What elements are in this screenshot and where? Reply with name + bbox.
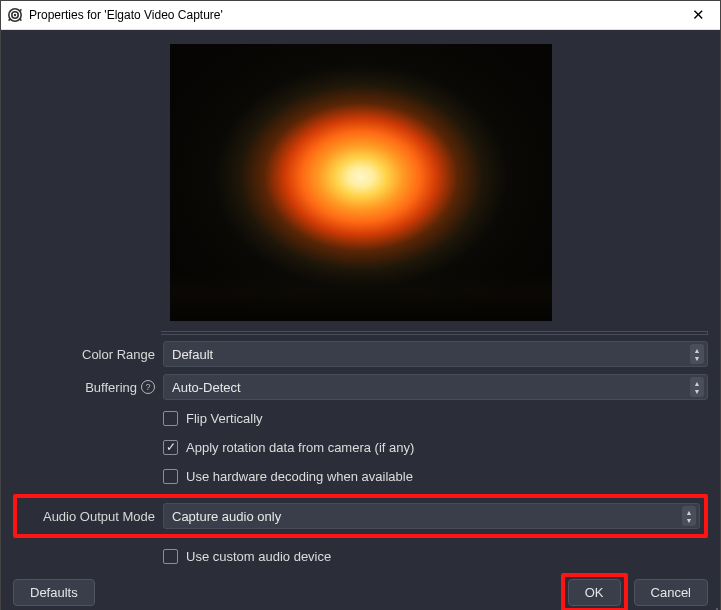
apply-rotation-label: Apply rotation data from camera (if any): [186, 440, 414, 455]
buffering-label: Buffering ?: [13, 380, 155, 395]
window-title: Properties for 'Elgato Video Capture': [29, 8, 223, 22]
help-icon[interactable]: ?: [141, 380, 155, 394]
cancel-button[interactable]: Cancel: [634, 579, 708, 606]
svg-point-2: [14, 14, 16, 16]
svg-line-4: [20, 19, 22, 21]
audio-output-value: Capture audio only: [172, 509, 281, 524]
custom-audio-checkbox[interactable]: Use custom audio device: [163, 545, 708, 567]
hw-decoding-checkbox[interactable]: Use hardware decoding when available: [163, 465, 708, 487]
checkbox-icon: [163, 549, 178, 564]
apply-rotation-checkbox[interactable]: Apply rotation data from camera (if any): [163, 436, 708, 458]
spin-icon: ▲▼: [690, 377, 704, 397]
svg-line-3: [20, 9, 22, 11]
flip-vertically-label: Flip Vertically: [186, 411, 263, 426]
audio-output-label: Audio Output Mode: [17, 509, 155, 524]
checkbox-icon: [163, 411, 178, 426]
color-range-select[interactable]: Default ▲▼: [163, 341, 708, 367]
defaults-button[interactable]: Defaults: [13, 579, 95, 606]
spin-icon: ▲▼: [690, 344, 704, 364]
dialog-footer: Defaults OK Cancel: [13, 567, 708, 610]
color-range-label: Color Range: [13, 347, 155, 362]
close-button[interactable]: ✕: [676, 1, 720, 30]
hw-decoding-label: Use hardware decoding when available: [186, 469, 413, 484]
close-icon: ✕: [692, 6, 705, 24]
color-range-value: Default: [172, 347, 213, 362]
video-preview: [170, 44, 552, 321]
flip-vertically-checkbox[interactable]: Flip Vertically: [163, 407, 708, 429]
audio-output-select[interactable]: Capture audio only ▲▼: [163, 503, 700, 529]
svg-line-5: [9, 19, 11, 21]
buffering-select[interactable]: Auto-Detect ▲▼: [163, 374, 708, 400]
preview-area: [13, 44, 708, 321]
checkbox-icon: [163, 469, 178, 484]
properties-form: Color Range Default ▲▼ Buffering ? Auto-…: [13, 341, 708, 567]
properties-dialog: Properties for 'Elgato Video Capture' ✕ …: [0, 0, 721, 610]
buffering-row: Buffering ? Auto-Detect ▲▼: [13, 374, 708, 400]
spin-icon: ▲▼: [682, 506, 696, 526]
buffering-value: Auto-Detect: [172, 380, 241, 395]
color-range-row: Color Range Default ▲▼: [13, 341, 708, 367]
dialog-body: Color Range Default ▲▼ Buffering ? Auto-…: [1, 30, 720, 610]
section-separator: [161, 331, 708, 335]
app-icon: [7, 7, 23, 23]
ok-button-highlight: OK: [561, 573, 628, 610]
custom-audio-label: Use custom audio device: [186, 549, 331, 564]
checkbox-icon: [163, 440, 178, 455]
audio-output-row-highlight: Audio Output Mode Capture audio only ▲▼: [13, 494, 708, 538]
titlebar: Properties for 'Elgato Video Capture' ✕: [1, 1, 720, 30]
ok-button[interactable]: OK: [568, 579, 621, 606]
